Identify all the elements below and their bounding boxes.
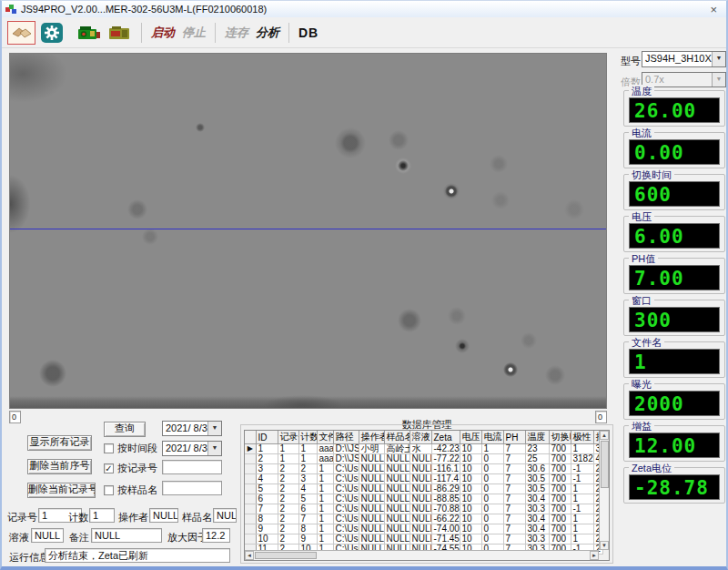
column-header[interactable]: 操作者 <box>359 431 384 444</box>
filter-by-sample-checkbox[interactable]: 按样品名 <box>104 483 157 497</box>
checkbox-box[interactable] <box>104 485 114 495</box>
chevron-down-icon[interactable]: ▼ <box>207 442 221 455</box>
record-filter-input[interactable] <box>162 460 222 474</box>
column-header[interactable]: 样品名 <box>384 431 410 444</box>
date-to-combo[interactable]: 2021/ 8/31 ▼ <box>162 441 222 456</box>
capture-button[interactable] <box>106 21 134 45</box>
table-cell: 7 <box>298 514 317 524</box>
model-combo[interactable]: JS94H_3H10X ▼ <box>642 51 726 67</box>
table-cell: NULL <box>410 454 431 464</box>
table-cell: 7 <box>503 464 525 474</box>
table-cell: 6 <box>256 494 278 504</box>
table-cell: 水 <box>410 444 431 454</box>
checkbox-box[interactable]: ✓ <box>104 463 114 473</box>
column-header[interactable]: 文件 <box>317 431 333 444</box>
filter-by-time-checkbox[interactable]: 按时间段 <box>104 442 157 455</box>
column-header[interactable]: 切换时 <box>549 431 571 444</box>
column-header[interactable]: 溶液 <box>410 431 431 444</box>
table-cell: NULL <box>384 464 410 474</box>
table-cell: 0 <box>481 504 503 514</box>
table-row[interactable]: 7261C:\UseNULLNULLNULL-70.88100730.3700-… <box>245 504 602 514</box>
table-cell: NULL <box>410 514 431 524</box>
chevron-down-icon[interactable]: ▼ <box>712 52 725 66</box>
scroll-down-icon[interactable]: ▼ <box>600 541 609 550</box>
table-row[interactable]: 8271C:\UseNULLNULLNULL-66.22100730.47001… <box>245 514 602 524</box>
delete-serial-button[interactable]: 删除当前序号 <box>27 459 92 474</box>
column-header[interactable]: 温度 <box>525 431 549 444</box>
start-button[interactable]: 启动 <box>147 25 178 41</box>
table-cell: 700 <box>549 474 571 484</box>
table-cell: 1 <box>571 534 593 545</box>
scroll-up-icon[interactable]: ▲ <box>600 431 609 440</box>
settings-button[interactable] <box>39 21 65 45</box>
chevron-down-icon[interactable]: ▼ <box>207 422 221 435</box>
column-header[interactable]: 计数 <box>298 431 317 444</box>
camera-button[interactable] <box>76 21 103 45</box>
column-header[interactable]: PH <box>503 431 525 444</box>
table-row[interactable]: 5241C:\UseNULLNULLNULL-86.29100730.57001… <box>245 484 602 494</box>
table-cell: 2 <box>278 464 298 474</box>
table-cell: -77.22 <box>431 454 460 464</box>
checkbox-box[interactable] <box>104 443 114 453</box>
table-cell: 6 <box>298 504 317 514</box>
scroll-left-icon[interactable]: ◄ <box>245 551 254 560</box>
analyze-button[interactable]: 分析 <box>252 25 283 41</box>
scroll-right-icon[interactable]: ► <box>590 551 599 560</box>
column-header[interactable]: Zeta <box>431 431 460 444</box>
operator-field[interactable]: NULL <box>149 508 178 523</box>
camera-icon <box>77 24 101 42</box>
sample-filter-input[interactable] <box>162 481 222 495</box>
table-cell: NULL <box>359 464 384 474</box>
date-from-combo[interactable]: 2021/ 8/31 ▼ <box>162 421 222 436</box>
column-header[interactable]: 电压 <box>460 431 481 444</box>
meter-9: Zeta电位-28.78 <box>623 467 725 504</box>
table-row[interactable]: ▶111aaaD:\\JS9小明高岭土水-42.2310172370013 <box>245 444 602 454</box>
table-row[interactable]: 10291C:\UseNULLNULLNULL-71.45100730.3700… <box>245 534 602 545</box>
row-selector-cell <box>245 494 256 504</box>
magnify-factor-field[interactable]: 12.2 <box>202 528 230 543</box>
vertical-scrollbar[interactable]: ▲ ▼ <box>599 431 609 550</box>
close-button[interactable]: × <box>710 3 717 16</box>
sample-name-field[interactable]: NULL <box>213 508 237 523</box>
meter-label: PH值 <box>629 252 658 266</box>
table-cell: 2 <box>256 454 278 464</box>
table-row[interactable]: 211aaaD:\\JS9NULLNULLNULL-77.22100725700… <box>245 454 602 464</box>
table-row[interactable]: 6251C:\UseNULLNULLNULL-88.85100730.47001… <box>245 494 602 504</box>
filter-by-record-checkbox[interactable]: ✓ 按记录号 <box>104 462 157 475</box>
table-cell: 2 <box>278 514 298 524</box>
table-cell: 1 <box>298 444 317 454</box>
table-cell: 2 <box>278 494 298 504</box>
column-header[interactable]: ID <box>256 431 278 444</box>
table-cell: 4 <box>256 474 278 484</box>
table-cell: 0 <box>481 474 503 484</box>
stop-button[interactable]: 停止 <box>178 25 209 41</box>
table-row[interactable]: 9281C:\UseNULLNULLNULL-74.00100730.47001… <box>245 524 602 534</box>
show-all-records-button[interactable]: 显示所有记录 <box>27 435 92 451</box>
count-field[interactable]: 1 <box>89 508 115 523</box>
table-cell: 10 <box>460 514 481 524</box>
column-header[interactable]: 极性 <box>571 431 593 444</box>
connect-button[interactable] <box>7 21 35 45</box>
column-header[interactable]: 记录号 <box>278 431 298 444</box>
continuous-save-button[interactable]: 连存 <box>221 25 252 41</box>
table-cell: -88.85 <box>431 494 460 504</box>
meter-1: 电流0.00 <box>623 132 725 168</box>
query-button[interactable]: 查询 <box>104 422 146 437</box>
table-row[interactable]: 3221C:\UseNULLNULLNULL-116.1100730.6700-… <box>245 464 602 474</box>
row-selector-header <box>245 431 256 444</box>
model-value: JS94H_3H10X <box>642 52 712 66</box>
meter-label: 切换时间 <box>629 168 674 182</box>
table-row[interactable]: 4231C:\UseNULLNULLNULL-117.4100730.5700-… <box>245 474 602 484</box>
table-cell: 9 <box>256 524 278 534</box>
column-header[interactable]: 路径 <box>333 431 359 444</box>
db-button[interactable]: DB <box>295 25 322 40</box>
remark-field[interactable]: NULL <box>91 528 162 543</box>
column-header[interactable]: 电流 <box>481 431 503 444</box>
solution-field[interactable]: NULL <box>31 528 64 543</box>
delete-record-button[interactable]: 删除当前记录号 <box>27 483 96 498</box>
window-title: JS94PRO_V2.00...MER-302-56U3M-L(FF021006… <box>21 4 267 15</box>
horizontal-scrollbar[interactable]: ◄ ► <box>245 550 599 560</box>
vscroll-thumb[interactable] <box>601 441 609 488</box>
toolbar: 启动 停止 连存 分析 DB <box>2 17 726 48</box>
hscroll-thumb[interactable] <box>255 552 317 559</box>
